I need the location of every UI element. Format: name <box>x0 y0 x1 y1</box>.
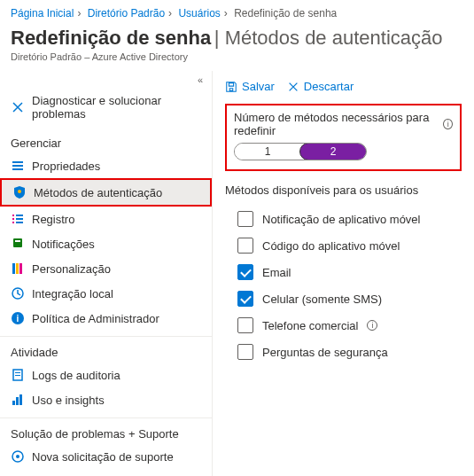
svg-rect-7 <box>16 218 23 220</box>
close-icon <box>287 81 299 93</box>
methods-required-label: Número de métodos necessários para redef… <box>234 111 453 137</box>
sidebar-item-label: Integração local <box>32 287 113 300</box>
sidebar-item-onprem[interactable]: Integração local <box>0 281 212 306</box>
svg-rect-4 <box>12 215 14 216</box>
svg-point-3 <box>18 190 21 193</box>
method-row: Perguntas de segurança <box>225 339 462 365</box>
main-content: Salvar Descartar Número de métodos neces… <box>213 71 474 476</box>
pill-option-2[interactable]: 2 <box>299 143 367 160</box>
sidebar-group-support: Solução de problemas + Suporte <box>0 417 212 444</box>
svg-rect-23 <box>19 394 22 405</box>
method-row: Notificação de aplicativo móvel <box>225 206 462 232</box>
shield-icon <box>12 185 27 199</box>
svg-rect-8 <box>12 222 14 223</box>
chart-icon <box>11 393 25 407</box>
toolbar: Salvar Descartar <box>225 76 462 104</box>
method-row: Código do aplicativo móvel <box>225 232 462 259</box>
sidebar-item-label: Uso e insights <box>32 394 105 407</box>
info-icon[interactable]: i <box>367 320 377 331</box>
breadcrumb-link[interactable]: Usuários <box>178 7 220 20</box>
info-icon: i <box>11 311 25 325</box>
sidebar-item-label: Notificações <box>32 238 95 251</box>
svg-rect-14 <box>19 263 22 274</box>
methods-required-section: Número de métodos necessários para redef… <box>225 104 462 171</box>
log-icon <box>11 368 25 382</box>
method-label: Notificação de aplicativo móvel <box>262 213 420 226</box>
method-label: Telefone comercial <box>262 319 358 332</box>
sidebar-item-properties[interactable]: Propriedades <box>0 153 212 178</box>
breadcrumb-current: Redefinição de senha <box>234 7 337 20</box>
collapse-button[interactable]: « <box>0 71 212 89</box>
methods-required-toggle[interactable]: 1 2 <box>234 143 367 160</box>
svg-rect-2 <box>12 168 23 170</box>
svg-rect-1 <box>12 165 23 167</box>
method-row: Email <box>225 259 462 285</box>
pill-option-1[interactable]: 1 <box>235 144 300 160</box>
breadcrumb: Página Inicial› Diretório Padrão› Usuári… <box>0 0 474 23</box>
sidebar-item-label: Propriedades <box>32 160 100 173</box>
svg-point-25 <box>16 455 19 458</box>
svg-rect-10 <box>13 238 22 247</box>
sidebar-item-label: Nova solicitação de suporte <box>32 450 174 464</box>
sidebar-item-notifications[interactable]: Notificações <box>0 231 212 256</box>
sidebar-item-label: Política de Administrador <box>32 312 159 325</box>
sidebar-item-new-request[interactable]: Nova solicitação de suporte <box>0 444 212 469</box>
sidebar-item-diagnose[interactable]: Diagnosticar e solucionar problemas <box>0 89 212 126</box>
method-checkbox[interactable] <box>237 211 253 227</box>
method-label: Celular (somente SMS) <box>262 293 382 306</box>
palette-icon <box>11 261 25 276</box>
sidebar-item-auth-methods[interactable]: Métodos de autenticação <box>2 180 210 205</box>
breadcrumb-link[interactable]: Diretório Padrão <box>88 7 165 20</box>
breadcrumb-link[interactable]: Página Inicial <box>11 7 74 20</box>
sidebar-item-registration[interactable]: Registro <box>0 207 212 231</box>
sidebar-item-customization[interactable]: Personalização <box>0 256 212 281</box>
svg-rect-22 <box>16 397 19 405</box>
svg-rect-21 <box>12 401 15 405</box>
info-icon[interactable]: i <box>443 119 453 129</box>
svg-rect-11 <box>15 240 20 242</box>
sync-icon <box>11 286 25 300</box>
tenant-label: Diretório Padrão – Azure Active Director… <box>11 51 463 62</box>
svg-rect-20 <box>15 375 20 376</box>
discard-label: Descartar <box>304 80 354 93</box>
save-label: Salvar <box>242 80 275 93</box>
svg-text:i: i <box>17 314 19 324</box>
sidebar: « Diagnosticar e solucionar problemas Ge… <box>0 71 213 476</box>
sidebar-group-activity: Atividade <box>0 336 212 363</box>
available-methods-label: Métodos disponíveis para os usuários <box>225 183 462 197</box>
method-label: Email <box>262 266 291 279</box>
sidebar-item-label: Diagnosticar e solucionar problemas <box>32 94 201 121</box>
svg-rect-0 <box>12 161 23 163</box>
sidebar-item-label: Logs de auditoria <box>32 369 120 382</box>
method-label: Código do aplicativo móvel <box>262 239 400 253</box>
sidebar-item-label: Registro <box>32 213 74 226</box>
bell-icon <box>11 237 25 251</box>
sidebar-item-label: Personalização <box>32 262 111 276</box>
save-icon <box>225 81 237 93</box>
sidebar-item-usage[interactable]: Uso e insights <box>0 387 212 412</box>
method-checkbox[interactable] <box>237 291 253 307</box>
sidebar-item-admin-policy[interactable]: i Política de Administrador <box>0 306 212 331</box>
page-title: Redefinição de senha <box>11 27 211 49</box>
properties-icon <box>11 159 25 173</box>
method-checkbox[interactable] <box>237 238 253 254</box>
page-subtitle: | Métodos de autenticação <box>214 27 443 49</box>
method-label: Perguntas de segurança <box>262 346 388 359</box>
method-checkbox[interactable] <box>237 264 253 280</box>
svg-rect-13 <box>16 263 19 274</box>
save-button[interactable]: Salvar <box>225 80 275 93</box>
sidebar-group-manage: Gerenciar <box>0 128 212 153</box>
method-row: Telefone comerciali <box>225 312 462 339</box>
method-checkbox[interactable] <box>237 317 253 333</box>
page-header: Redefinição de senha | Métodos de autent… <box>0 23 474 64</box>
svg-rect-19 <box>15 372 20 373</box>
svg-rect-9 <box>16 222 23 223</box>
svg-rect-6 <box>12 218 14 220</box>
svg-rect-5 <box>16 215 23 216</box>
list-icon <box>11 212 25 226</box>
sidebar-item-audit[interactable]: Logs de auditoria <box>0 363 212 387</box>
discard-button[interactable]: Descartar <box>287 80 354 93</box>
available-methods-list: Notificação de aplicativo móvelCódigo do… <box>225 206 462 365</box>
method-checkbox[interactable] <box>237 344 253 360</box>
method-row: Celular (somente SMS) <box>225 285 462 312</box>
